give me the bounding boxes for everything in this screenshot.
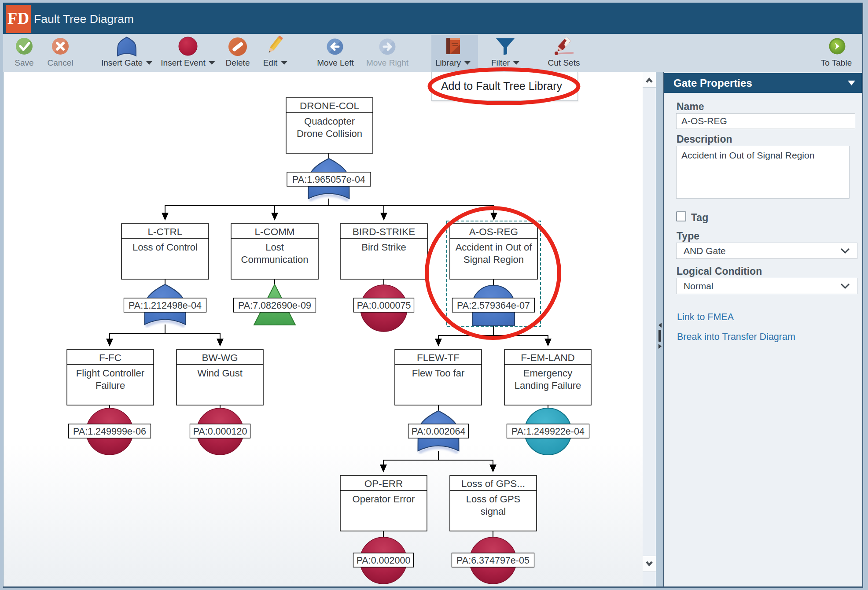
svg-text:Wind Gust: Wind Gust [197, 368, 243, 379]
svg-text:PA:1.212498e-04: PA:1.212498e-04 [129, 300, 202, 311]
svg-text:PA:1.249999e-06: PA:1.249999e-06 [73, 426, 146, 437]
svg-text:Flight Controller: Flight Controller [76, 368, 144, 379]
svg-text:Loss of GPS...: Loss of GPS... [461, 478, 525, 489]
svg-text:BW-WG: BW-WG [202, 352, 238, 363]
svg-text:PA:2.579364e-07: PA:2.579364e-07 [457, 300, 530, 311]
svg-text:F-FC: F-FC [99, 352, 121, 363]
svg-text:Bird Strike: Bird Strike [361, 242, 406, 253]
svg-text:signal: signal [481, 506, 506, 517]
svg-text:BIRD-STRIKE: BIRD-STRIKE [353, 226, 416, 237]
svg-text:PA:1.965057e-04: PA:1.965057e-04 [292, 174, 365, 185]
svg-text:Failure: Failure [96, 380, 125, 391]
svg-text:FLEW-TF: FLEW-TF [417, 352, 460, 363]
svg-text:Drone Collision: Drone Collision [297, 128, 362, 139]
svg-text:Signal Region: Signal Region [463, 254, 524, 265]
svg-text:Loss of GPS: Loss of GPS [466, 494, 521, 505]
svg-text:PA:0.002064: PA:0.002064 [412, 426, 466, 437]
svg-text:PA:1.249922e-04: PA:1.249922e-04 [511, 426, 585, 437]
svg-text:Operator Error: Operator Error [353, 494, 415, 505]
svg-text:PA:7.082690e-09: PA:7.082690e-09 [238, 300, 311, 311]
svg-text:Accident in Out of: Accident in Out of [456, 242, 533, 253]
svg-text:Quadcopter: Quadcopter [304, 116, 355, 127]
svg-text:F-EM-LAND: F-EM-LAND [521, 352, 575, 363]
svg-text:Landing Failure: Landing Failure [515, 380, 581, 391]
svg-text:PA:0.000075: PA:0.000075 [357, 300, 411, 311]
svg-text:PA:0.002000: PA:0.002000 [357, 555, 411, 566]
svg-text:Lost: Lost [265, 242, 284, 253]
svg-text:DRONE-COL: DRONE-COL [300, 100, 359, 111]
svg-text:Communication: Communication [241, 254, 309, 265]
svg-text:A-OS-REG: A-OS-REG [469, 226, 518, 237]
svg-text:Emergency: Emergency [523, 368, 572, 379]
svg-text:OP-ERR: OP-ERR [364, 478, 403, 489]
svg-text:Loss of Control: Loss of Control [132, 242, 198, 253]
svg-text:L-COMM: L-COMM [254, 226, 294, 237]
svg-text:PA:6.374797e-05: PA:6.374797e-05 [456, 555, 530, 566]
svg-text:PA:0.000120: PA:0.000120 [193, 426, 247, 437]
svg-text:L-CTRL: L-CTRL [148, 226, 183, 237]
svg-text:Flew Too far: Flew Too far [412, 368, 464, 379]
